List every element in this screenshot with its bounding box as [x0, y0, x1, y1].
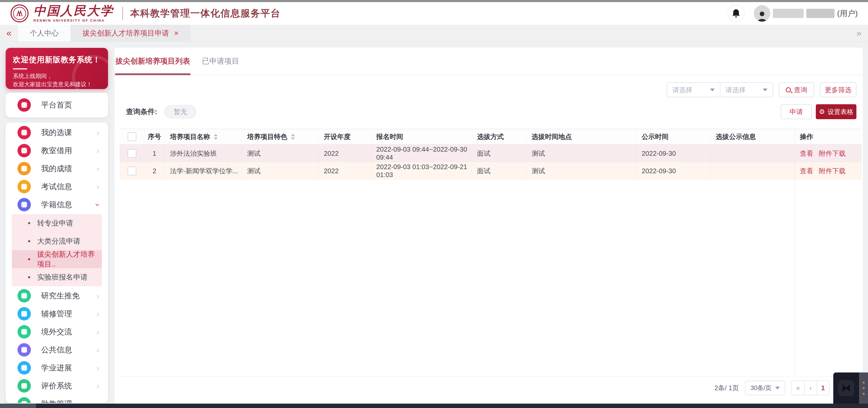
tabbar-expand-icon[interactable]: »	[850, 25, 868, 41]
select-placeholder: 请选择	[672, 85, 692, 94]
chevron-down-icon	[775, 387, 780, 389]
app-header: 中国人民大学 RENMIN UNIVERSITY OF CHINA 本科教学管理…	[0, 2, 868, 25]
sidebar-item-label: 境外交流	[41, 327, 72, 337]
col-header-publicity-time: 公示时间	[637, 129, 711, 144]
floating-widget[interactable]	[833, 373, 868, 404]
exam-icon	[18, 180, 31, 193]
sidebar-subitem-experimental-class[interactable]: • 实验班报名申请	[12, 268, 102, 286]
chevron-down-icon: ›	[93, 203, 103, 206]
sidebar-item-my-courses[interactable]: 我的选课 ›	[6, 123, 108, 142]
sidebar-item-academic-progress[interactable]: 学业进展 ›	[6, 359, 108, 377]
col-header-year: 开设年度	[319, 129, 371, 144]
university-name: 中国人民大学 RENMIN UNIVERSITY OF CHINA	[33, 5, 114, 22]
pagination-divider	[120, 376, 862, 377]
sidebar-item-student-status[interactable]: 学籍信息 ›	[6, 196, 108, 214]
attachment-download-link[interactable]: 附件下载	[819, 167, 846, 176]
sidebar-item-public-info[interactable]: 公共信息 ›	[6, 341, 108, 359]
pager-group: « ‹ 1	[792, 380, 830, 396]
sidebar-item-platform-home[interactable]: 平台首页	[6, 93, 108, 117]
cell-place: 测试	[526, 162, 637, 180]
sidebar-item-exam-info[interactable]: 考试信息 ›	[6, 178, 108, 196]
sidebar-item-classroom-borrow[interactable]: 教室借用 ›	[6, 142, 108, 159]
col-header-feature[interactable]: 培养项目特色	[242, 129, 319, 144]
sidebar-subitem-category-diversion[interactable]: • 大类分流申请	[12, 232, 102, 250]
sidebar-menu: 我的选课 › 教室借用 › 我的成绩 › 考试信息 › 学籍信息 › • 转专业…	[6, 122, 108, 403]
progress-icon	[18, 361, 31, 375]
chevron-right-icon: ›	[96, 345, 99, 355]
row-checkbox[interactable]	[128, 149, 136, 158]
page-number-1[interactable]: 1	[816, 381, 829, 395]
bullet-icon: •	[28, 219, 31, 228]
sidebar-item-my-grades[interactable]: 我的成绩 ›	[6, 159, 108, 178]
user-menu[interactable]: (用户)	[754, 5, 858, 22]
home-icon	[18, 98, 31, 112]
sidebar-subitem-major-transfer[interactable]: • 转专业申请	[12, 214, 102, 232]
first-page-button[interactable]: «	[792, 381, 804, 395]
notification-bell-button[interactable]	[727, 5, 745, 22]
window-bottom-edge	[0, 404, 868, 408]
widget-body[interactable]	[833, 373, 859, 404]
sidebar-item-label: 我的选课	[41, 127, 72, 138]
cell-feature: 测试	[242, 145, 319, 162]
tab-label: 拔尖创新人才培养项目申请	[83, 28, 169, 38]
tab-personal-center[interactable]: 个人中心	[18, 25, 71, 41]
select-all-checkbox[interactable]	[128, 132, 136, 141]
cell-feature: 测试	[242, 162, 319, 180]
programs-table: 序号 培养项目名称 培养项目特色 开设年度 报名时间 选拔方式 选拔时间地点 公…	[120, 129, 862, 180]
page-size-value: 30条/页	[750, 384, 771, 392]
col-header-name[interactable]: 培养项目名称	[165, 129, 242, 144]
student-status-icon	[18, 198, 31, 211]
prev-page-button[interactable]: ‹	[804, 381, 816, 395]
university-crest-icon	[10, 4, 29, 23]
more-filters-button[interactable]: 更多筛选	[820, 82, 857, 97]
close-icon[interactable]: ×	[174, 29, 179, 37]
view-link[interactable]: 查看	[800, 167, 813, 176]
evaluation-icon	[18, 379, 31, 392]
sort-icon[interactable]	[214, 134, 218, 140]
cell-publicity-time: 2022-09-30	[637, 162, 711, 180]
sidebar-collapse-icon[interactable]: «	[0, 25, 18, 41]
tab-applied-projects[interactable]: 已申请项目	[202, 48, 239, 75]
minor-icon	[18, 307, 31, 320]
sidebar-item-grad-recommendation[interactable]: 研究生推免 ›	[6, 287, 108, 305]
sidebar-item-ta-management[interactable]: 助教管理 ›	[6, 395, 108, 403]
cell-publicity-info	[711, 162, 795, 180]
cell-year: 2022	[319, 162, 371, 180]
chevron-right-icon: ›	[96, 381, 99, 391]
query-condition-row: 查询条件: 暂无 申请 ⚙ 设置表格	[126, 104, 857, 119]
apply-button[interactable]: 申请	[781, 104, 812, 119]
sidebar-item-minor-management[interactable]: 辅修管理 ›	[6, 305, 108, 323]
pagination-total: 2条/ 1页	[714, 383, 739, 392]
bullet-icon: •	[28, 237, 31, 245]
cell-seq: 2	[144, 162, 165, 180]
widget-more-handle[interactable]	[859, 373, 868, 404]
col-header-signup-time: 报名时间	[371, 129, 472, 144]
sidebar-subitem-top-talent-program[interactable]: • 拔尖创新人才培养项目..	[12, 250, 102, 268]
tab-program-list[interactable]: 拔尖创新培养项目列表	[115, 48, 191, 75]
sidebar-item-label: 辅修管理	[41, 309, 72, 319]
dot-icon	[863, 387, 865, 389]
redacted-username	[773, 9, 804, 18]
banner-underline	[13, 68, 27, 69]
sidebar-item-label: 助教管理	[41, 399, 72, 403]
filter-select-1[interactable]: 请选择	[667, 83, 720, 97]
exchange-icon	[18, 325, 31, 339]
filter-select-2[interactable]: 请选择	[720, 83, 773, 97]
sort-icon[interactable]	[291, 134, 295, 140]
cell-method: 面试	[472, 162, 526, 180]
sidebar-item-overseas-exchange[interactable]: 境外交流 ›	[6, 323, 108, 341]
table-settings-button[interactable]: ⚙ 设置表格	[816, 104, 857, 119]
table-row: 1 涉外法治实验班 测试 2022 2022-09-03 09:44~2022-…	[120, 145, 862, 162]
view-link[interactable]: 查看	[800, 149, 813, 158]
sidebar-item-evaluation-system[interactable]: 评价系统 ›	[6, 377, 108, 395]
welcome-banner: 欢迎使用新版教务系统！ 系统上线期间， 欢迎大家提出宝贵意见和建议！	[6, 48, 108, 89]
university-name-cn: 中国人民大学	[33, 5, 114, 17]
chevron-right-icon: ›	[96, 399, 99, 403]
page-size-select[interactable]: 30条/页	[745, 381, 785, 395]
sidebar-item-label: 学籍信息	[41, 200, 72, 210]
search-button[interactable]: 查询	[779, 82, 814, 97]
tab-top-talent-application[interactable]: 拔尖创新人才培养项目申请 ×	[71, 25, 191, 41]
attachment-download-link[interactable]: 附件下载	[819, 149, 846, 158]
row-checkbox[interactable]	[128, 167, 136, 175]
table-header-row: 序号 培养项目名称 培养项目特色 开设年度 报名时间 选拔方式 选拔时间地点 公…	[120, 129, 862, 145]
